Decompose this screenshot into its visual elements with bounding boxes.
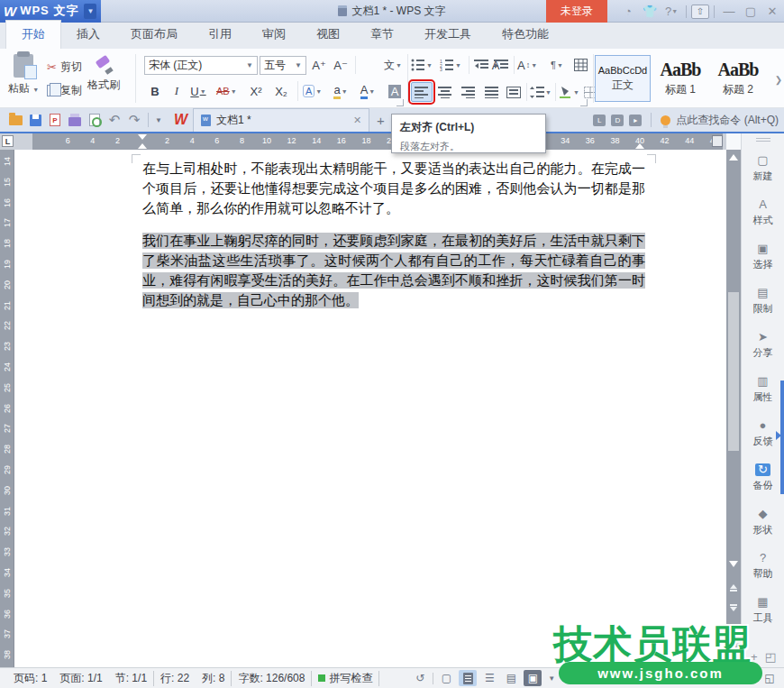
help-button[interactable]: ?▼ <box>661 3 681 21</box>
scroll-down-arrow-icon[interactable] <box>729 561 738 567</box>
outline-view-button[interactable]: ☰ <box>480 670 498 686</box>
document-text[interactable]: 在与上司相处时，不能表现出太精明能干，又要适当的表达出自己的能力。在完成一个项目… <box>142 159 645 310</box>
horizontal-ruler[interactable]: 6422468101214161820222426283032343638404… <box>14 133 726 150</box>
wps-menu-button[interactable]: W WPS 文字 ▼ <box>0 0 101 23</box>
increase-indent-button[interactable] <box>492 55 510 75</box>
text-direction-button[interactable]: A↕▼ <box>517 55 537 75</box>
fold-ribbon-button[interactable]: ⇧ <box>691 5 709 19</box>
sidebar-item[interactable]: ▤ 限制 <box>742 279 784 323</box>
subscript-button[interactable]: X₂ <box>272 81 290 101</box>
align-left-button[interactable] <box>411 82 433 102</box>
text-effects-button[interactable]: A▼ <box>303 81 322 101</box>
sidebar-item[interactable]: A 样式 <box>742 190 784 234</box>
login-button[interactable]: 未登录 <box>546 0 607 23</box>
numbering-button[interactable]: 123▼ <box>440 55 461 75</box>
ribbon-tab[interactable]: 特色功能 <box>487 21 564 49</box>
save-button[interactable] <box>25 111 45 129</box>
customize-quickbar-button[interactable]: ▼ <box>152 116 165 124</box>
folder-panel-icon[interactable]: ▸ <box>629 115 642 126</box>
print-preview-button[interactable] <box>85 111 105 129</box>
sidebar-item[interactable]: ? 帮助 <box>742 544 784 588</box>
sidebar-item[interactable]: ▢ 新建 <box>742 146 784 190</box>
timer-icon[interactable]: L <box>593 115 606 126</box>
paragraph-selected[interactable]: 我们在事业上鞠躬尽瘁的同时，还要顾虑到家庭，在最初的美好后，生活中就只剩下了柴米… <box>142 231 645 310</box>
distribute-button[interactable] <box>505 82 523 102</box>
line-spacing-button[interactable]: ▼ <box>530 82 552 102</box>
document-tab[interactable]: 文档1 * ✕ <box>193 108 369 132</box>
hanging-indent-marker[interactable] <box>138 143 147 149</box>
web-view-button[interactable]: ▤ <box>502 670 520 686</box>
wps-menu-caret-icon[interactable]: ▼ <box>84 4 96 19</box>
ink-icon[interactable]: D <box>611 115 624 126</box>
maximize-button[interactable]: ▢ <box>741 3 761 21</box>
minimize-button[interactable]: — <box>719 3 739 21</box>
fullscreen-view-button[interactable]: ▢ <box>437 670 455 686</box>
bullets-button[interactable]: ▼ <box>411 55 433 75</box>
find-command-hint[interactable]: 点此查找命令 (Alt+Q) <box>676 113 779 128</box>
bold-button[interactable]: B <box>146 81 164 101</box>
ribbon-tab[interactable]: 章节 <box>355 21 409 49</box>
scrollbar-thumb[interactable] <box>728 292 739 451</box>
status-item[interactable]: 节: 1/1 <box>109 671 154 686</box>
cut-button[interactable]: ✂剪切 <box>47 59 82 75</box>
sidebar-item[interactable]: ➤ 分享 <box>742 323 784 367</box>
superscript-button[interactable]: X² <box>247 81 265 101</box>
status-item[interactable]: 页码: 1 <box>7 671 53 686</box>
sidebar-item[interactable]: ↻ 备份 <box>742 455 784 500</box>
status-item[interactable]: 列: 8 <box>196 671 232 686</box>
strikethrough-button[interactable]: AB▼ <box>216 81 237 101</box>
close-button[interactable]: ✕ <box>762 3 782 21</box>
format-painter-button[interactable]: 格式刷 <box>87 52 120 105</box>
phonetic-guide-button[interactable]: 文▼ <box>384 55 402 75</box>
export-pdf-button[interactable]: P <box>45 111 65 129</box>
copy-button[interactable]: 复制 <box>47 82 82 98</box>
ribbon-tab[interactable]: 页面布局 <box>115 21 193 49</box>
next-page-button[interactable] <box>728 601 739 615</box>
paragraph-dialog-launcher[interactable] <box>580 99 588 106</box>
page-view-button[interactable] <box>459 670 477 686</box>
style-preset[interactable]: AaBb 标题 2 <box>710 55 766 102</box>
new-tab-button[interactable]: + <box>377 113 385 128</box>
ribbon-tab[interactable]: 开发工具 <box>409 21 487 49</box>
view-options-caret[interactable]: ▼ <box>545 674 558 683</box>
paragraph[interactable]: 在与上司相处时，不能表现出太精明能干，又要适当的表达出自己的能力。在完成一个项目… <box>142 159 645 218</box>
paste-button[interactable]: 粘贴 ▼ <box>5 52 41 105</box>
text-selection[interactable]: 我们在事业上鞠躬尽瘁的同时，还要顾虑到家庭，在最初的美好后，生活中就只剩下了柴米… <box>142 233 645 308</box>
italic-button[interactable]: I <box>168 81 186 101</box>
grow-font-button[interactable]: A⁺ <box>310 55 328 75</box>
history-version-button[interactable]: ↺ <box>411 670 429 686</box>
underline-button[interactable]: U▼ <box>189 81 207 101</box>
show-marks-button[interactable]: ¶▼ <box>548 55 566 75</box>
highlight-color-button[interactable]: a▼ <box>332 81 350 101</box>
vertical-scrollbar[interactable] <box>726 150 741 667</box>
font-name-combobox[interactable]: 宋体 (正文)▼ <box>144 56 258 75</box>
char-shading-button[interactable]: A <box>386 81 404 101</box>
print-button[interactable] <box>65 111 85 129</box>
decrease-indent-button[interactable] <box>472 55 490 75</box>
align-center-button[interactable] <box>436 82 454 102</box>
sidebar-collapse-arrow-icon[interactable] <box>776 431 781 440</box>
ribbon-tab[interactable]: 引用 <box>193 21 247 49</box>
status-item[interactable]: 字数: 126/608 <box>232 671 312 686</box>
ribbon-tab[interactable]: 开始 <box>5 20 61 49</box>
feedback-circle-icon[interactable]: ◔ <box>618 3 638 21</box>
status-item[interactable]: 行: 22 <box>154 671 196 686</box>
sidebar-expand-button[interactable]: ◰ <box>765 650 776 664</box>
sidebar-item[interactable]: ▣ 选择 <box>742 234 784 279</box>
style-preset[interactable]: AaBb 标题 1 <box>652 55 708 102</box>
shading-color-button[interactable]: ▼ <box>559 82 579 102</box>
style-preset[interactable]: AaBbCcDd 正文 <box>595 55 651 102</box>
justify-button[interactable] <box>483 82 501 102</box>
vertical-ruler[interactable]: 1415161718192021222324252627282930313233… <box>0 150 14 667</box>
shrink-font-button[interactable]: A⁻ <box>332 55 350 75</box>
previous-page-button[interactable] <box>728 581 739 595</box>
tab-stop-selector[interactable]: L <box>2 135 14 147</box>
align-right-button[interactable] <box>460 82 478 102</box>
undo-button[interactable]: ↶ <box>105 111 124 129</box>
fit-page-button[interactable]: ◱ <box>761 670 779 686</box>
font-color-button[interactable]: A▼ <box>359 81 377 101</box>
font-dialog-launcher[interactable] <box>397 99 404 106</box>
sidebar-item[interactable]: ◆ 形状 <box>742 500 784 544</box>
insert-table-grid-button[interactable] <box>571 55 589 75</box>
page[interactable]: 在与上司相处时，不能表现出太精明能干，又要适当的表达出自己的能力。在完成一个项目… <box>14 150 726 667</box>
